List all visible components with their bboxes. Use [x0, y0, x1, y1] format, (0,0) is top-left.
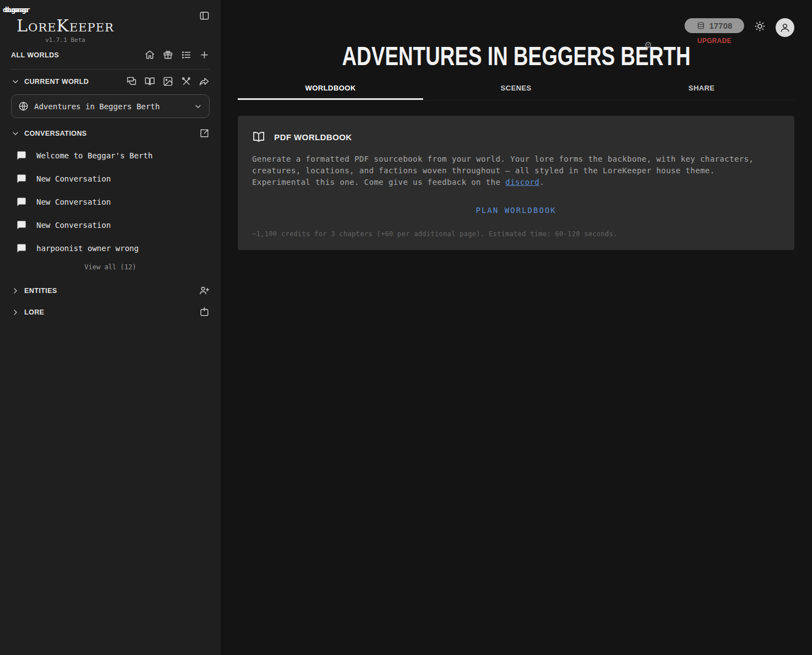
conversation-title: Welcome to Beggar's Berth [36, 151, 153, 160]
page-title: ADVENTURES IN BEGGERS BERTH [342, 40, 691, 71]
list-icon[interactable] [181, 50, 191, 60]
world-selector[interactable]: Adventures in Beggers Berth [11, 94, 210, 118]
conversations-row: CONVERSATIONS [0, 123, 221, 144]
credits-value: 17708 [709, 21, 733, 30]
current-world-row: CURRENT WORLD [0, 71, 221, 92]
tools-icon[interactable] [181, 76, 191, 87]
add-lore-icon[interactable] [199, 307, 210, 317]
globe-icon [18, 101, 29, 111]
tab-scenes[interactable]: SCENES [423, 78, 608, 100]
world-selector-value: Adventures in Beggers Berth [34, 102, 188, 111]
tab-share[interactable]: SHARE [609, 78, 794, 100]
chevron-right-icon[interactable] [11, 308, 20, 317]
world-settings-gear-icon[interactable]: ⚙ [644, 40, 652, 50]
cta-row: PLAN WORLDBOOK [252, 203, 780, 218]
current-world-label: CURRENT WORLD [24, 78, 89, 86]
new-conversation-icon[interactable] [199, 128, 210, 139]
lore-row: LORE [0, 301, 221, 323]
discord-link[interactable]: discord [505, 178, 539, 187]
topbar: 17708 UPGRADE [685, 18, 794, 45]
chevron-down-icon[interactable] [11, 129, 20, 138]
entities-row: ENTITIES [0, 280, 221, 301]
sidebar: debugmanager LoreKeeper v1.7.1 Beta ALL … [0, 0, 221, 655]
credits-block: 17708 UPGRADE [685, 18, 744, 45]
debug-overlay-text: debugmanager [3, 6, 28, 14]
gift-icon[interactable] [163, 50, 173, 60]
theme-toggle-icon[interactable] [754, 20, 766, 34]
view-all-conversations[interactable]: View all (12) [0, 260, 221, 280]
chat-bubble-icon [17, 220, 26, 230]
lore-label: LORE [24, 308, 44, 316]
conversation-item[interactable]: New Conversation [0, 167, 221, 190]
description-text: Generate a formatted PDF sourcebook from… [252, 155, 754, 187]
main-content: 17708 UPGRADE ADVENTURES IN BEGGERS BERT… [221, 0, 812, 655]
book-open-icon[interactable] [145, 76, 155, 87]
open-book-icon [252, 130, 265, 143]
chat-bubble-icon [17, 197, 26, 207]
app-logo: LoreKeeper [17, 18, 114, 34]
add-entity-icon[interactable] [199, 285, 210, 296]
tab-bar: WORLDBOOK SCENES SHARE [238, 78, 794, 100]
conversation-title: New Conversation [36, 174, 111, 183]
share-forward-icon[interactable] [199, 76, 210, 87]
user-avatar[interactable] [776, 18, 794, 37]
conversation-item[interactable]: harpoonist owner wrong [0, 237, 221, 260]
credits-pill[interactable]: 17708 [685, 18, 744, 33]
chevron-down-icon [194, 102, 202, 111]
sidebar-collapse-icon[interactable] [199, 10, 210, 21]
card-title: PDF WORLDBOOK [274, 132, 352, 142]
all-worlds-row: ALL WORLDS [0, 44, 221, 66]
chat-icon[interactable] [126, 76, 137, 87]
upgrade-link[interactable]: UPGRADE [697, 37, 731, 45]
chevron-right-icon[interactable] [11, 286, 20, 295]
all-worlds-label: ALL WORLDS [11, 51, 59, 59]
chevron-down-icon[interactable] [11, 77, 20, 86]
conversation-item[interactable]: New Conversation [0, 190, 221, 214]
image-icon[interactable] [163, 76, 173, 87]
conversations-label: CONVERSATIONS [24, 130, 87, 137]
entities-label: ENTITIES [24, 287, 57, 295]
conversation-title: harpoonist owner wrong [36, 244, 138, 253]
conversation-title: New Conversation [36, 221, 111, 230]
app-version: v1.7.1 Beta [17, 36, 114, 44]
person-icon [779, 22, 790, 33]
card-description: Generate a formatted PDF sourcebook from… [252, 153, 768, 188]
sidebar-divider [11, 69, 210, 70]
conversation-title: New Conversation [36, 198, 111, 206]
credits-footnote: ~1,100 credits for 3 chapters (+60 per a… [252, 230, 780, 238]
tab-worldbook[interactable]: WORLDBOOK [238, 78, 423, 100]
chat-bubble-icon [17, 243, 26, 253]
card-header: PDF WORLDBOOK [252, 130, 780, 143]
pdf-worldbook-card: PDF WORLDBOOK Generate a formatted PDF s… [238, 116, 794, 250]
conversation-item[interactable]: Welcome to Beggar's Berth [0, 144, 221, 167]
description-text-end: . [539, 178, 544, 187]
conversation-item[interactable]: New Conversation [0, 214, 221, 237]
plan-worldbook-button[interactable]: PLAN WORLDBOOK [470, 203, 562, 218]
chat-bubble-icon [17, 151, 26, 161]
home-icon[interactable] [145, 50, 155, 60]
chat-bubble-icon [17, 174, 26, 184]
add-world-icon[interactable] [199, 50, 210, 60]
credits-icon [697, 22, 705, 30]
